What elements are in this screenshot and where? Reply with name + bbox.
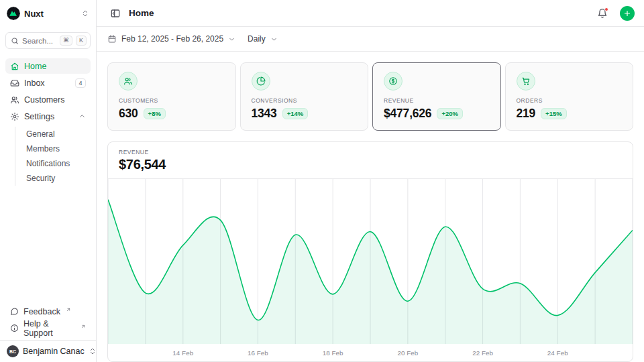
stat-card-revenue[interactable]: REVENUE $477,626 +20% [372,62,501,131]
svg-text:24 Feb: 24 Feb [547,349,568,357]
avatar: BC [7,345,19,357]
dashboard-content: CUSTOMERS 630 +8% CONVERSIONS 1343 +14% [97,52,644,362]
svg-text:18 Feb: 18 Feb [323,349,343,357]
stat-delta-badge: +20% [437,108,463,119]
sidebar-item-customers[interactable]: Customers [5,92,91,107]
svg-text:14 Feb: 14 Feb [172,349,193,357]
chevrons-up-down-icon [89,347,97,355]
stat-value: 1343 [252,107,277,121]
stat-value: 219 [517,107,536,121]
stat-label: REVENUE [384,97,490,104]
calendar-icon [107,34,117,44]
stats-grid: CUSTOMERS 630 +8% CONVERSIONS 1343 +14% [107,62,633,131]
circle-dollar-icon [384,72,402,90]
sidebar-collapse-button[interactable] [107,5,123,21]
users-icon [119,72,138,90]
user-menu[interactable]: BC Benjamin Canac [0,340,96,362]
sidebar-item-settings[interactable]: Settings [5,109,91,124]
chevron-down-icon [228,36,235,43]
stat-label: CUSTOMERS [119,97,225,104]
chevron-up-icon [78,113,86,120]
stat-delta-badge: +14% [282,108,309,119]
sidebar-nav: Home Inbox 4 Customers Settings [0,53,96,186]
chart-metric-value: $76,544 [119,157,622,172]
search-icon [11,37,19,45]
sidebar-item-label: Home [24,62,86,71]
filter-toolbar: Feb 12, 2025 - Feb 26, 2025 Daily [97,27,644,52]
stat-label: ORDERS [517,97,623,104]
sidebar-item-general[interactable]: General [23,127,91,141]
svg-text:22 Feb: 22 Feb [472,349,493,357]
kbd-meta: ⌘ [60,36,72,46]
chart-metric-label: REVENUE [119,149,622,156]
help-support-label: Help & Support [23,319,75,338]
inbox-icon [10,78,19,88]
feedback-link[interactable]: Feedback [5,304,91,319]
svg-text:20 Feb: 20 Feb [397,349,418,357]
message-bubble-icon [10,307,19,316]
team-switcher[interactable]: Nuxt [0,0,96,25]
gear-icon [10,112,19,121]
sidebar-item-home[interactable]: Home [5,58,91,74]
stat-card-orders[interactable]: ORDERS 219 +15% [505,62,634,131]
stat-delta-badge: +8% [144,108,166,119]
info-circle-icon [10,324,19,333]
sidebar-item-label: Inbox [24,78,70,88]
chevrons-up-down-icon [81,9,89,17]
sidebar-item-label: Customers [24,95,86,105]
stat-card-conversions[interactable]: CONVERSIONS 1343 +14% [240,62,369,131]
search-input[interactable]: Search... ⌘ K [5,32,91,49]
stat-card-customers[interactable]: CUSTOMERS 630 +8% [107,62,236,131]
panel-left-close-icon [110,8,121,19]
revenue-chart-card: REVENUE $76,544 14 Feb16 Feb18 Feb20 Feb… [107,141,633,362]
sidebar-item-security[interactable]: Security [23,171,91,186]
stat-value: $477,626 [384,107,431,121]
chart-header: REVENUE $76,544 [108,142,633,179]
sidebar-item-members[interactable]: Members [23,141,91,156]
stat-value: 630 [119,107,138,121]
add-button[interactable] [620,6,635,21]
sidebar-item-notifications[interactable]: Notifications [23,156,91,171]
date-range-value: Feb 12, 2025 - Feb 26, 2025 [121,34,223,44]
home-icon [10,62,19,71]
inbox-count-badge: 4 [75,78,86,88]
external-link-icon [80,322,86,331]
notifications-button[interactable] [594,5,610,21]
notification-dot [604,7,608,11]
date-range-picker[interactable]: Feb 12, 2025 - Feb 26, 2025 [107,34,235,44]
sidebar-item-label: Settings [24,112,74,121]
help-support-link[interactable]: Help & Support [5,320,91,336]
team-name: Nuxt [24,9,77,19]
granularity-select[interactable]: Daily [248,34,278,44]
page-title: Home [129,8,589,18]
settings-submenu: General Members Notifications Security [15,127,91,186]
main-area: Home Feb 12, 2025 - Feb 26, 2025 Daily [97,0,644,362]
users-icon [10,95,19,105]
granularity-value: Daily [248,34,266,44]
app-window: Nuxt Search... ⌘ K Home [0,0,644,362]
sidebar-spacer [0,186,96,304]
plus-icon [623,9,631,17]
revenue-area-chart[interactable]: 14 Feb16 Feb18 Feb20 Feb22 Feb24 Feb [108,179,633,361]
stat-delta-badge: +15% [541,108,567,119]
external-link-icon [66,305,71,314]
search-placeholder: Search... [22,37,56,45]
stat-label: CONVERSIONS [252,97,358,104]
svg-text:16 Feb: 16 Feb [248,349,268,357]
pie-chart-icon [252,72,270,90]
shopping-cart-icon [517,72,535,90]
sidebar: Nuxt Search... ⌘ K Home [0,0,97,362]
chevron-down-icon [270,36,278,43]
top-header: Home [97,0,644,27]
user-name: Benjamin Canac [23,347,85,356]
sidebar-item-inbox[interactable]: Inbox 4 [5,75,91,90]
kbd-k: K [76,36,87,46]
sidebar-footer: Feedback Help & Support [0,304,96,340]
feedback-label: Feedback [23,307,60,316]
nuxt-logo-icon [7,7,20,20]
